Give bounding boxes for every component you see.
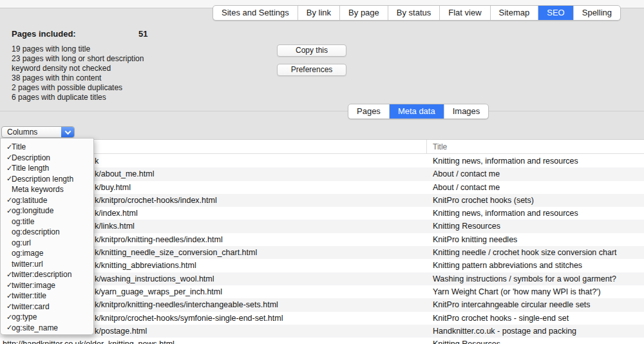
summary-stat-line: 6 pages with duplicate titles xyxy=(12,93,144,102)
pages-included-count: 51 xyxy=(138,29,147,39)
table-row[interactable]: k/index.html Knitting news, information … xyxy=(0,207,644,220)
table-row[interactable]: k/knitting_abbreviations.html Knitting p… xyxy=(0,259,644,272)
table-row[interactable]: k/washing_instructions_wool.html Washing… xyxy=(0,272,644,285)
view-tab[interactable]: Sites and Settings xyxy=(213,6,298,20)
table-row[interactable]: k/links.html Knitting Resources xyxy=(0,220,644,233)
table-row[interactable]: k/knitpro/crochet-hooks/index.html KnitP… xyxy=(0,194,644,207)
columns-menu-item[interactable]: ✓ twitter:title xyxy=(1,291,93,301)
columns-menu-item[interactable]: ✓ twitter:url xyxy=(1,259,93,270)
table-row[interactable]: k/knitpro/knitting-needles/interchangeab… xyxy=(0,298,644,311)
table-row[interactable]: k/knitpro/crochet-hooks/symfonie-single-… xyxy=(0,312,644,325)
columns-menu-item[interactable]: ✓ Description xyxy=(1,153,93,164)
row-url-cell: http://handknitter.co.uk/older_knitting_… xyxy=(3,338,175,344)
checkmark-icon: ✓ xyxy=(1,164,12,173)
columns-menu-item-label: og:image xyxy=(12,249,43,258)
row-url-cell: k/knitpro/crochet-hooks/symfonie-single-… xyxy=(95,312,283,325)
view-tab-label: Sitemap xyxy=(499,8,530,17)
columns-menu-item[interactable]: ✓ Meta keywords xyxy=(1,184,93,195)
checkmark-icon: ✓ xyxy=(1,196,12,204)
view-tab-label: Spelling xyxy=(582,8,612,17)
checkmark-icon: ✓ xyxy=(1,143,12,151)
view-tab-label: By link xyxy=(307,8,331,17)
columns-menu-item-label: og:url xyxy=(12,238,31,247)
table-row[interactable]: k/postage.html Handknitter.co.uk - posta… xyxy=(0,325,644,338)
view-tab-label: SEO xyxy=(547,8,564,17)
row-title-cell: Knitting needle / crochet hook size conv… xyxy=(433,246,617,259)
row-url-cell: k/knitpro/knitting-needles/interchangeab… xyxy=(95,298,278,311)
columns-menu-item[interactable]: ✓ og:longitude xyxy=(1,205,93,216)
table-row[interactable]: k/knitting_needle_size_conversion_chart.… xyxy=(0,246,644,259)
row-url-cell: k/index.html xyxy=(95,207,138,220)
columns-menu-item[interactable]: ✓ Description length xyxy=(1,174,93,185)
view-tab[interactable]: By link xyxy=(298,6,340,20)
checkmark-icon: ✓ xyxy=(1,207,12,215)
checkmark-icon: ✓ xyxy=(1,292,12,300)
data-view-tab[interactable]: Images xyxy=(444,104,489,119)
summary-stat-line: keyword density not checked xyxy=(12,64,144,73)
row-title-cell: Knitting Resources xyxy=(433,220,500,233)
columns-menu-item-label: Meta keywords xyxy=(12,185,64,194)
row-url-cell: k/buy.html xyxy=(95,181,131,194)
columns-menu-item-label: Description length xyxy=(12,175,73,184)
row-title-cell: Yarn Weight Chart (or 'how many WPI is t… xyxy=(433,285,601,298)
columns-menu-item-label: Title xyxy=(12,142,26,151)
columns-menu-item[interactable]: ✓ og:type xyxy=(1,312,93,323)
columns-menu-item[interactable]: ✓ Title xyxy=(1,142,93,153)
checkmark-icon: ✓ xyxy=(1,323,12,332)
columns-menu-item-label: twitter:title xyxy=(12,291,46,300)
summary-stat-line: 2 pages with possible duplicates xyxy=(12,83,144,93)
columns-menu-item-label: twitter:description xyxy=(12,270,71,279)
view-tab[interactable]: Spelling xyxy=(574,6,620,20)
columns-menu-item[interactable]: ✓ Title length xyxy=(1,163,93,174)
view-tab[interactable]: Sitemap xyxy=(491,6,539,20)
table-row[interactable]: k Knitting news, information and resourc… xyxy=(0,155,644,167)
row-url-cell: k/knitpro/knitting-needles/index.html xyxy=(95,233,223,246)
columns-menu: ✓ Title ✓ Description ✓ Title length ✓ D… xyxy=(0,138,94,335)
columns-menu-item[interactable]: ✓ og:title xyxy=(1,216,93,227)
row-title-cell: KnitPro intercahngeable circular needle … xyxy=(433,298,591,311)
columns-menu-item-label: Description xyxy=(12,153,50,162)
view-tabs: Sites and Settings By link By page By st… xyxy=(213,5,621,21)
summary-stat-line: 38 pages with thin content xyxy=(12,73,144,83)
columns-menu-item-label: og:type xyxy=(12,312,37,321)
row-title-cell: About / contact me xyxy=(433,181,500,194)
view-tab-label: By status xyxy=(397,8,431,17)
view-tab[interactable]: SEO xyxy=(538,6,573,20)
columns-menu-item[interactable]: ✓ og:latitude xyxy=(1,195,93,206)
preferences-button[interactable]: Preferences xyxy=(277,64,346,76)
columns-menu-item[interactable]: ✓ og:image xyxy=(1,248,93,259)
row-url-cell: k xyxy=(95,155,99,167)
view-tab[interactable]: By page xyxy=(340,6,388,20)
table-row[interactable]: k/about_me.html About / contact me xyxy=(0,167,644,180)
table-row[interactable]: http://handknitter.co.uk/older_knitting_… xyxy=(0,338,644,344)
columns-menu-item-label: twitter:url xyxy=(12,260,43,269)
columns-menu-item[interactable]: ✓ twitter:card xyxy=(1,301,93,312)
data-view-tab[interactable]: Meta data xyxy=(390,104,444,119)
view-tab[interactable]: By status xyxy=(388,6,440,20)
columns-menu-item[interactable]: ✓ og:description xyxy=(1,227,93,238)
table-row[interactable]: k/knitpro/knitting-needles/index.html Kn… xyxy=(0,233,644,246)
columns-menu-item-label: Title length xyxy=(12,164,49,173)
row-url-cell: k/yarn_guage_wraps_per_inch.html xyxy=(95,285,222,298)
row-title-cell: KnitPro crochet hooks (sets) xyxy=(433,194,534,207)
copy-this-button[interactable]: Copy this xyxy=(277,44,346,57)
columns-menu-item[interactable]: ✓ og:site_name xyxy=(1,323,93,334)
columns-menu-item[interactable]: ✓ og:url xyxy=(1,238,93,249)
table-row[interactable]: k/buy.html About / contact me xyxy=(0,181,644,194)
columns-menu-item[interactable]: ✓ twitter:description xyxy=(1,269,93,280)
row-url-cell: k/about_me.html xyxy=(95,167,154,180)
columns-menu-item-label: og:latitude xyxy=(12,196,47,205)
summary-stat-line: 23 pages with long or short description xyxy=(12,54,144,64)
columns-popup-button[interactable]: Columns xyxy=(1,126,75,138)
view-tab-label: Sites and Settings xyxy=(222,8,289,17)
checkmark-icon: ✓ xyxy=(1,281,12,289)
title-column-header[interactable]: Title xyxy=(433,140,447,154)
checkmark-icon: ✓ xyxy=(1,153,12,162)
row-title-cell: Washing instructions / symbols for a woo… xyxy=(433,272,616,285)
data-view-tab-label: Pages xyxy=(357,106,381,116)
columns-menu-item[interactable]: ✓ twitter:image xyxy=(1,280,93,291)
data-view-tab[interactable]: Pages xyxy=(348,104,390,119)
table-row[interactable]: k/yarn_guage_wraps_per_inch.html Yarn We… xyxy=(0,285,644,298)
section-divider xyxy=(0,111,644,111)
view-tab[interactable]: Flat view xyxy=(440,6,490,20)
